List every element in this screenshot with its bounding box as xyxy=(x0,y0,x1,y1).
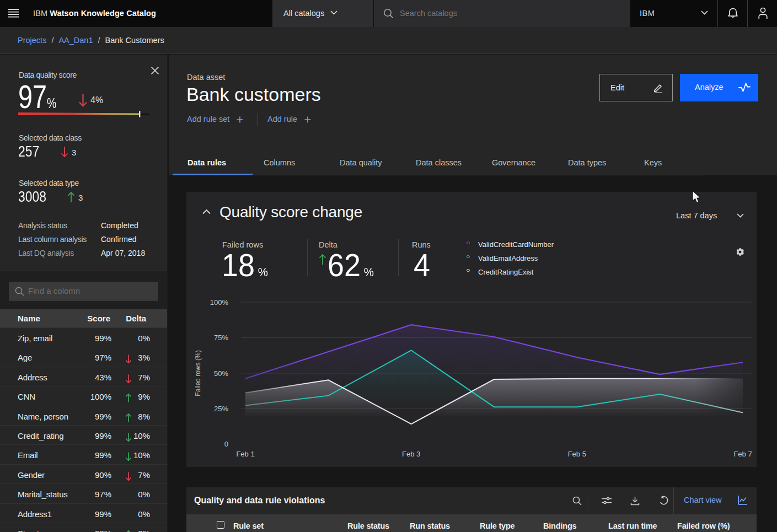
svg-text:0: 0 xyxy=(224,440,228,448)
svg-text:Failed rows (%): Failed rows (%) xyxy=(194,350,202,396)
svg-text:100%: 100% xyxy=(210,298,229,307)
svg-text:Feb 7: Feb 7 xyxy=(733,450,752,458)
svg-text:75%: 75% xyxy=(214,334,228,342)
svg-text:Feb 5: Feb 5 xyxy=(568,450,586,458)
svg-text:50%: 50% xyxy=(214,369,228,378)
svg-text:Feb 3: Feb 3 xyxy=(402,450,420,458)
svg-text:25%: 25% xyxy=(214,405,228,413)
svg-text:Feb 1: Feb 1 xyxy=(236,450,254,458)
